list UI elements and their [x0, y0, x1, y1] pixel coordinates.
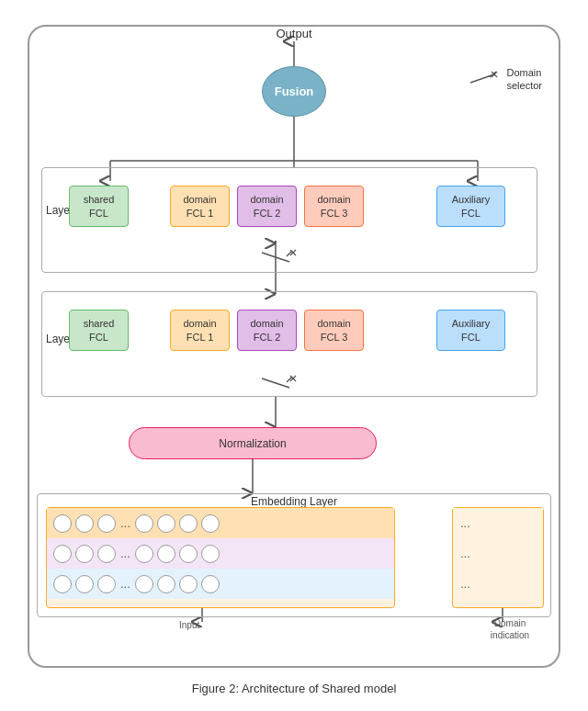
embed-circle — [157, 514, 175, 533]
shared-fcl-layer2: shared FCL — [69, 186, 129, 227]
embedding-row1: ... — [47, 508, 394, 538]
embed-circle — [75, 514, 94, 533]
domain-fcl2-layer2: domain FCL 2 — [237, 186, 297, 227]
embed-circle — [201, 545, 220, 563]
auxiliary-fcl-layer2: Auxiliary FCL — [436, 186, 505, 227]
auxiliary-fcl-layer1: Auxiliary FCL — [436, 310, 505, 351]
embed-circle — [157, 545, 175, 563]
embed-circle — [157, 575, 175, 593]
embed-circle — [135, 575, 153, 593]
domain-fcl3-layer2: domain FCL 3 — [304, 186, 364, 227]
embedding-aux-row3: ... — [453, 569, 543, 599]
embedding-row3: ... — [47, 569, 394, 599]
normalization-box: Normalization — [129, 427, 377, 459]
embed-circle — [179, 545, 198, 563]
embed-circle — [53, 545, 72, 563]
shared-fcl-layer1: shared FCL — [69, 310, 129, 351]
domain-selector-label: Domainselector — [506, 66, 542, 93]
domain-fcl3-layer1: domain FCL 3 — [304, 310, 364, 351]
embed-circle — [53, 514, 72, 533]
domain-fcl1-layer2: domain FCL 1 — [170, 186, 230, 227]
embed-circle — [201, 514, 220, 533]
embed-circle — [75, 545, 94, 563]
svg-line-20 — [470, 75, 492, 83]
embedding-aux-row2: ... — [453, 538, 543, 569]
embedding-aux-row1: ... — [453, 508, 543, 538]
embed-circle — [135, 514, 153, 533]
embed-circle — [179, 575, 198, 593]
embedding-inner: ... ... ... — [46, 507, 395, 608]
diagram: Output Fusion Domainselector Layer 2 sha… — [18, 16, 570, 695]
embed-circle — [97, 545, 116, 563]
embedding-label: Embedding Layer — [251, 495, 337, 508]
domain-selector-legend: Domainselector — [466, 66, 542, 95]
embed-circle — [97, 514, 116, 533]
embedding-row2: ... — [47, 538, 394, 569]
domain-indication-label: Domainindication — [478, 617, 542, 641]
domain-fcl1-layer1: domain FCL 1 — [170, 310, 230, 351]
input-label: Input — [179, 620, 199, 630]
embed-circle — [97, 575, 116, 593]
embed-circle — [135, 545, 153, 563]
figure-caption: Figure 2: Architecture of Shared model — [192, 682, 397, 695]
embed-circle — [201, 575, 220, 593]
fusion-circle: Fusion — [262, 66, 326, 117]
embedding-aux: ... ... ... — [452, 507, 544, 608]
embed-circle — [75, 575, 94, 593]
embed-circle — [179, 514, 198, 533]
domain-fcl2-layer1: domain FCL 2 — [237, 310, 297, 351]
embed-circle — [53, 575, 72, 593]
output-label: Output — [276, 27, 311, 40]
